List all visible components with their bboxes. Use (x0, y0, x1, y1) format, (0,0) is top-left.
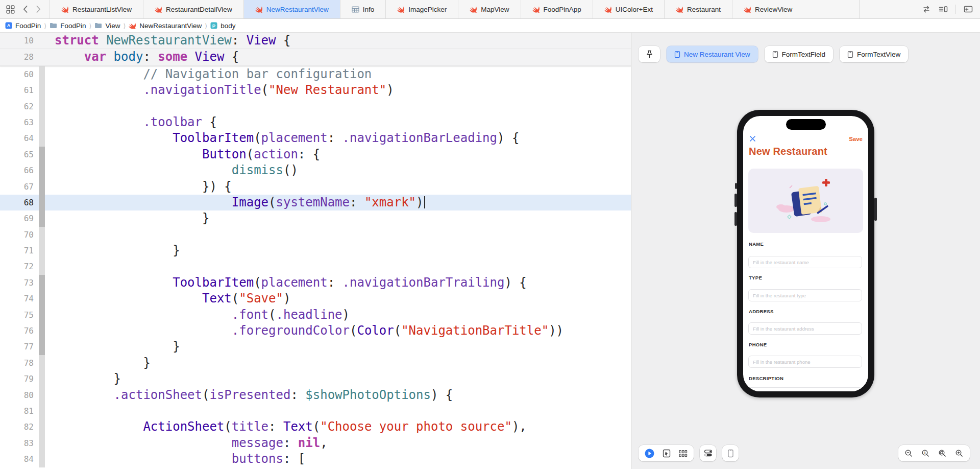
code-line[interactable]: 72 (0, 259, 631, 274)
line-number[interactable]: 68 (0, 195, 34, 210)
breadcrumb-item-newrestaurantview[interactable]: NewRestaurantView (129, 22, 202, 30)
preview-chip-formtextview[interactable]: FormTextView (840, 46, 908, 62)
line-number[interactable]: 64 (0, 130, 34, 146)
field-input-description[interactable] (748, 387, 862, 391)
line-number[interactable]: 76 (0, 323, 34, 339)
breadcrumb-item-body[interactable]: Pbody (210, 22, 235, 30)
line-number[interactable]: 65 (0, 147, 34, 162)
code-line[interactable]: 78} (0, 355, 631, 371)
preview-chip-formtextfield[interactable]: FormTextField (765, 46, 834, 62)
code-line[interactable]: 81 (0, 403, 631, 419)
line-number[interactable]: 28 (0, 49, 34, 65)
play-button[interactable] (645, 449, 654, 458)
zoom-out-button[interactable] (904, 449, 913, 458)
photo-placeholder[interactable] (748, 169, 863, 233)
editor-options-icon[interactable] (939, 5, 948, 13)
line-number[interactable]: 82 (0, 419, 34, 435)
go-back-icon[interactable] (22, 5, 28, 13)
code-line[interactable]: 76.foregroundColor(Color("NavigationBarT… (0, 323, 631, 339)
swift-file-icon (676, 6, 683, 13)
code-line[interactable]: 69} (0, 210, 631, 226)
line-number[interactable]: 60 (0, 66, 34, 82)
code-line[interactable]: 75.font(.headline) (0, 307, 631, 323)
line-number[interactable]: 75 (0, 307, 34, 323)
line-number[interactable]: 61 (0, 82, 34, 98)
tab-overview-icon[interactable] (6, 5, 15, 14)
code-line[interactable]: 64ToolbarItem(placement: .navigationBarL… (0, 130, 631, 146)
line-number[interactable]: 77 (0, 339, 34, 355)
line-number[interactable]: 10 (0, 33, 34, 49)
code-line[interactable]: 74Text("Save") (0, 291, 631, 307)
field-label-phone: PHONE (749, 342, 767, 347)
line-number[interactable]: 69 (0, 210, 34, 226)
code-line[interactable]: 28var body: some View { (0, 49, 631, 65)
add-editor-icon[interactable] (964, 5, 973, 13)
save-button[interactable]: Save (849, 136, 863, 142)
zoom-in-button[interactable] (955, 449, 964, 458)
line-number[interactable]: 71 (0, 243, 34, 259)
field-input-name[interactable] (748, 256, 862, 268)
code-line[interactable]: 83message: nil, (0, 435, 631, 451)
code-line[interactable]: 77} (0, 339, 631, 355)
line-number[interactable]: 73 (0, 275, 34, 291)
line-number[interactable]: 66 (0, 162, 34, 178)
field-input-address[interactable] (748, 322, 862, 335)
zoom-fit-button[interactable] (938, 449, 947, 458)
tab-restaurant[interactable]: Restaurant (664, 0, 732, 18)
preview-toolbar: 1 (639, 445, 970, 461)
breadcrumb-item-foodpin[interactable]: AFoodPin (5, 22, 41, 30)
line-number[interactable]: 74 (0, 291, 34, 307)
tab-info[interactable]: Info (340, 0, 386, 18)
line-number[interactable]: 84 (0, 451, 34, 467)
tab-foodpinapp[interactable]: FoodPinApp (521, 0, 593, 18)
line-number[interactable]: 63 (0, 114, 34, 130)
line-number[interactable]: 79 (0, 371, 34, 387)
tab-newrestaurantview[interactable]: NewRestaurantView (243, 0, 340, 18)
device-settings-button[interactable] (722, 445, 739, 461)
field-input-phone[interactable] (748, 356, 862, 368)
close-xmark-icon[interactable] (749, 135, 756, 142)
code-line[interactable]: 62 (0, 99, 631, 114)
code-line[interactable]: 10struct NewRestaurantView: View { (0, 33, 631, 49)
code-line[interactable]: 67}) { (0, 179, 631, 195)
variants-grid-button[interactable] (679, 450, 688, 457)
field-input-type[interactable] (748, 289, 862, 301)
code-line[interactable]: 60// Navigation bar configuration (0, 66, 631, 82)
tab-restaurantdetailview[interactable]: RestaurantDetailView (143, 0, 243, 18)
line-number[interactable]: 67 (0, 179, 34, 195)
line-number[interactable]: 70 (0, 227, 34, 243)
go-forward-icon[interactable] (36, 5, 41, 13)
pin-preview-button[interactable] (639, 46, 660, 62)
code-line[interactable]: 66dismiss() (0, 162, 631, 178)
code-line[interactable]: 70 (0, 227, 631, 243)
code-line[interactable]: 73ToolbarItem(placement: .navigationBarT… (0, 275, 631, 291)
breadcrumb-item-foodpin[interactable]: FoodPin (50, 22, 86, 30)
breadcrumb-item-view[interactable]: View (94, 22, 120, 30)
line-number[interactable]: 83 (0, 435, 34, 451)
line-number[interactable]: 72 (0, 259, 34, 274)
code-line[interactable]: 82ActionSheet(title: Text("Choose your p… (0, 419, 631, 435)
code-line[interactable]: 61.navigationTitle("New Restaurant") (0, 82, 631, 98)
code-review-icon[interactable] (922, 5, 931, 13)
tab-uicolor+ext[interactable]: UIColor+Ext (593, 0, 664, 18)
code-line[interactable]: 68Image(systemName: "xmark") (0, 195, 631, 210)
source-editor[interactable]: 10struct NewRestaurantView: View {28var … (0, 33, 631, 469)
code-line[interactable]: 79} (0, 371, 631, 387)
preview-chip-new-restaurant-view[interactable]: New Restaurant View (667, 46, 758, 62)
environment-overrides-button[interactable] (700, 445, 716, 461)
tab-reviewview[interactable]: ReviewView (732, 0, 803, 18)
code-line[interactable]: 63.toolbar { (0, 114, 631, 130)
line-number[interactable]: 80 (0, 387, 34, 403)
tab-imagepicker[interactable]: ImagePicker (385, 0, 458, 18)
code-line[interactable]: 80.actionSheet(isPresented: $showPhotoOp… (0, 387, 631, 403)
line-number[interactable]: 78 (0, 355, 34, 371)
code-line[interactable]: 84buttons: [ (0, 451, 631, 467)
line-number[interactable]: 62 (0, 99, 34, 114)
zoom-100-button[interactable]: 1 (921, 449, 930, 458)
tab-mapview[interactable]: MapView (458, 0, 520, 18)
line-number[interactable]: 81 (0, 403, 34, 419)
code-line[interactable]: 65Button(action: { (0, 147, 631, 162)
code-line[interactable]: 71} (0, 243, 631, 259)
preview-pointer-button[interactable] (663, 449, 671, 458)
tab-restaurantlistview[interactable]: RestaurantListView (50, 0, 143, 18)
